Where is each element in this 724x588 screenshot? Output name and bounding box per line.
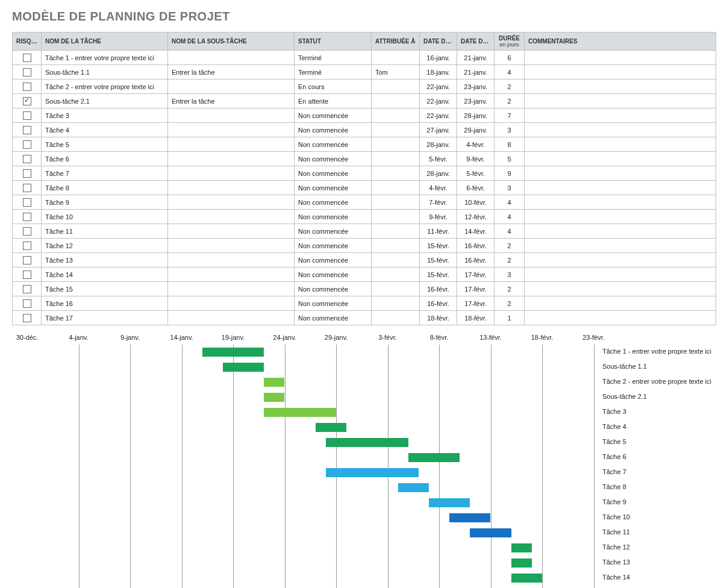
task-cell[interactable]: Tâche 12 xyxy=(42,239,168,253)
duration-cell[interactable]: 2 xyxy=(495,253,525,267)
start-cell[interactable]: 28-janv. xyxy=(420,166,457,181)
comments-cell[interactable] xyxy=(525,65,716,80)
risk-checkbox[interactable] xyxy=(23,198,31,207)
assigned-cell[interactable] xyxy=(372,282,420,296)
comments-cell[interactable] xyxy=(525,108,716,123)
assigned-cell[interactable]: Tom xyxy=(372,65,420,80)
risk-checkbox[interactable] xyxy=(23,285,31,293)
risk-cell[interactable] xyxy=(13,123,42,137)
start-cell[interactable]: 15-févr. xyxy=(420,239,457,253)
assigned-cell[interactable] xyxy=(372,195,420,210)
start-cell[interactable]: 22-janv. xyxy=(420,94,457,108)
subtask-cell[interactable] xyxy=(168,210,295,224)
comments-cell[interactable] xyxy=(525,123,716,137)
comments-cell[interactable] xyxy=(525,181,716,195)
end-cell[interactable]: 5-févr. xyxy=(457,166,495,181)
risk-checkbox[interactable] xyxy=(23,155,31,163)
comments-cell[interactable] xyxy=(525,210,716,224)
risk-cell[interactable] xyxy=(13,51,42,65)
subtask-cell[interactable] xyxy=(168,123,295,137)
subtask-cell[interactable] xyxy=(168,51,295,65)
end-cell[interactable]: 16-févr. xyxy=(457,253,495,267)
subtask-cell[interactable] xyxy=(168,181,295,195)
comments-cell[interactable] xyxy=(525,152,716,166)
task-cell[interactable]: Tâche 1 - entrer votre propre texte ici xyxy=(42,51,168,65)
risk-checkbox[interactable] xyxy=(23,169,31,178)
gantt-bar[interactable] xyxy=(264,393,284,402)
task-cell[interactable]: Tâche 2 - entrer votre propre texte ici xyxy=(42,80,168,94)
duration-cell[interactable]: 4 xyxy=(495,224,525,239)
start-cell[interactable]: 27-janv. xyxy=(420,123,457,137)
end-cell[interactable]: 21-janv. xyxy=(457,65,495,80)
risk-cell[interactable] xyxy=(13,94,42,108)
assigned-cell[interactable] xyxy=(372,108,420,123)
comments-cell[interactable] xyxy=(525,166,716,181)
end-cell[interactable]: 21-janv. xyxy=(457,51,495,65)
task-cell[interactable]: Sous-tâche 2.1 xyxy=(42,94,168,108)
gantt-bar[interactable] xyxy=(398,483,429,492)
risk-checkbox[interactable] xyxy=(23,184,31,192)
risk-cell[interactable] xyxy=(13,210,42,224)
comments-cell[interactable] xyxy=(525,239,716,253)
risk-checkbox[interactable] xyxy=(23,314,31,322)
subtask-cell[interactable] xyxy=(168,239,295,253)
risk-checkbox[interactable] xyxy=(23,111,31,120)
status-cell[interactable]: Non commencée xyxy=(295,195,372,210)
start-cell[interactable]: 9-févr. xyxy=(420,210,457,224)
subtask-cell[interactable] xyxy=(168,296,295,311)
assigned-cell[interactable] xyxy=(372,51,420,65)
risk-checkbox[interactable] xyxy=(23,83,31,91)
comments-cell[interactable] xyxy=(525,80,716,94)
status-cell[interactable]: Non commencée xyxy=(295,137,372,152)
subtask-cell[interactable] xyxy=(168,282,295,296)
risk-cell[interactable] xyxy=(13,108,42,123)
gantt-bar[interactable] xyxy=(470,528,511,537)
start-cell[interactable]: 16-févr. xyxy=(420,296,457,311)
status-cell[interactable]: Non commencée xyxy=(295,108,372,123)
end-cell[interactable]: 29-janv. xyxy=(457,123,495,137)
gantt-bar[interactable] xyxy=(316,423,346,432)
duration-cell[interactable]: 2 xyxy=(495,94,525,108)
assigned-cell[interactable] xyxy=(372,224,420,239)
assigned-cell[interactable] xyxy=(372,253,420,267)
subtask-cell[interactable] xyxy=(168,80,295,94)
duration-cell[interactable]: 2 xyxy=(495,296,525,311)
start-cell[interactable]: 7-févr. xyxy=(420,195,457,210)
subtask-cell[interactable] xyxy=(168,108,295,123)
risk-checkbox[interactable] xyxy=(23,227,31,236)
comments-cell[interactable] xyxy=(525,267,716,282)
risk-cell[interactable] xyxy=(13,181,42,195)
gantt-bar[interactable] xyxy=(511,558,532,568)
status-cell[interactable]: Terminé xyxy=(295,51,372,65)
assigned-cell[interactable] xyxy=(372,210,420,224)
assigned-cell[interactable] xyxy=(372,181,420,195)
comments-cell[interactable] xyxy=(525,224,716,239)
assigned-cell[interactable] xyxy=(372,166,420,181)
assigned-cell[interactable] xyxy=(372,239,420,253)
risk-cell[interactable] xyxy=(13,311,42,325)
start-cell[interactable]: 16-janv. xyxy=(420,51,457,65)
subtask-cell[interactable]: Entrer la tâche xyxy=(168,94,295,108)
risk-cell[interactable] xyxy=(13,282,42,296)
risk-cell[interactable] xyxy=(13,296,42,311)
start-cell[interactable]: 15-févr. xyxy=(420,267,457,282)
subtask-cell[interactable]: Entrer la tâche xyxy=(168,65,295,80)
status-cell[interactable]: Non commencée xyxy=(295,282,372,296)
assigned-cell[interactable] xyxy=(372,137,420,152)
task-cell[interactable]: Tâche 14 xyxy=(42,267,168,282)
risk-cell[interactable] xyxy=(13,152,42,166)
end-cell[interactable]: 17-févr. xyxy=(457,296,495,311)
gantt-bar[interactable] xyxy=(326,438,408,447)
risk-checkbox[interactable] xyxy=(23,140,31,149)
duration-cell[interactable]: 4 xyxy=(495,195,525,210)
start-cell[interactable]: 4-févr. xyxy=(420,181,457,195)
risk-cell[interactable] xyxy=(13,166,42,181)
start-cell[interactable]: 15-févr. xyxy=(420,253,457,267)
gantt-bar[interactable] xyxy=(264,378,284,387)
gantt-bar[interactable] xyxy=(223,363,264,372)
duration-cell[interactable]: 9 xyxy=(495,166,525,181)
risk-checkbox[interactable] xyxy=(23,97,31,105)
end-cell[interactable]: 23-janv. xyxy=(457,80,495,94)
risk-checkbox[interactable] xyxy=(23,256,31,264)
status-cell[interactable]: Non commencée xyxy=(295,181,372,195)
